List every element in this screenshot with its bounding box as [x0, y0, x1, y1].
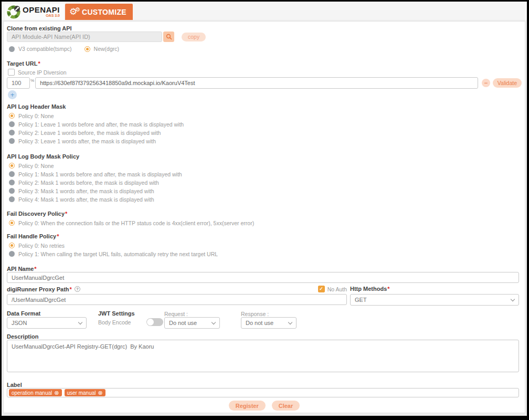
radio-unselected-icon[interactable] [9, 171, 15, 177]
radio-selected-icon[interactable] [9, 243, 15, 248]
add-url-button[interactable]: + [8, 90, 17, 99]
radio-selected-icon[interactable] [9, 163, 15, 169]
target-url-label: Target URL* [7, 60, 40, 67]
radio-unselected-icon[interactable] [9, 188, 15, 194]
radio-option[interactable]: Policy 2: Leave 1 words before, the mask… [9, 130, 184, 135]
no-auth-label: No Auth [327, 286, 347, 292]
radio-option[interactable]: Policy 3: Mask 1 words after, the mask i… [9, 188, 182, 194]
radio-option-label: Policy 1: Leave 1 words before and after… [18, 121, 184, 128]
http-methods-select[interactable]: GET [350, 294, 519, 306]
fail-handle-label: Fail Handle Policy* [7, 233, 218, 239]
jwt-request-select[interactable]: Do not use [164, 317, 220, 329]
percent-sign: % [30, 78, 34, 83]
customize-tab-label: CUSTOMIZE [82, 8, 126, 16]
radio-selected-icon[interactable] [9, 220, 15, 226]
radio-option-label: Policy 3: Mask 1 words after, the mask i… [18, 188, 154, 194]
fail-discovery-label: Fail Discovery Policy* [7, 211, 254, 217]
radio-option-label: Policy 0: No retries [18, 243, 65, 249]
api-name-input[interactable] [7, 272, 519, 283]
source-ip-diversion-checkbox[interactable]: Source IP Diversion [8, 69, 67, 76]
radio-unselected-icon[interactable] [9, 138, 15, 144]
radio-unselected-icon[interactable] [9, 251, 15, 257]
radio-option[interactable]: Policy 0: No retries [9, 243, 218, 248]
label-section-label: Label [7, 382, 22, 388]
jwt-response-select[interactable]: Do not use [241, 317, 297, 329]
radio-selected-icon[interactable] [9, 113, 15, 119]
fail-discovery-group: Fail Discovery Policy* Policy 0: When th… [7, 211, 254, 226]
radio-option[interactable]: Policy 1: When calling the target URL fa… [9, 251, 218, 257]
body-encode-toggle[interactable] [146, 318, 163, 326]
search-icon [166, 34, 172, 40]
body-mask-label: API Log Body Mask Policy [7, 153, 182, 160]
logo-subtitle: OAS 3.0 [46, 14, 60, 18]
proxy-path-label: digiRunner Proxy Path* [7, 286, 72, 292]
source-ip-label: Source IP Diversion [18, 69, 67, 76]
tag-text: user manual [67, 390, 96, 396]
register-button[interactable]: Register [229, 401, 266, 411]
plus-icon: + [10, 91, 15, 99]
radio-option[interactable]: Policy 1: Leave 1 words before and after… [9, 121, 184, 127]
jwt-request-label: Request : [164, 311, 188, 317]
no-auth-checkbox[interactable]: ✓ No Auth [318, 286, 347, 292]
copy-button[interactable]: copy [182, 33, 206, 41]
radio-option[interactable]: New(dgrc) [84, 46, 119, 52]
radio-option-label: Policy 0: None [18, 113, 54, 119]
radio-option[interactable]: Policy 0: None [9, 163, 182, 169]
radio-unselected-icon[interactable] [9, 196, 15, 202]
data-format-select[interactable]: JSON [7, 317, 87, 329]
radio-unselected-icon[interactable] [9, 121, 15, 127]
validate-button[interactable]: Validate [493, 78, 522, 88]
clear-button[interactable]: Clear [272, 401, 300, 411]
logo-title: OPENAPI [23, 6, 60, 14]
radio-option[interactable]: Policy 0: None [9, 113, 184, 119]
toggle-knob [147, 319, 154, 326]
weight-percent-input[interactable] [7, 77, 30, 89]
remove-url-button[interactable]: − [482, 79, 490, 87]
radio-unselected-icon[interactable] [9, 46, 15, 52]
form-panel: Clone from existing API copy V3 compatib… [3, 21, 525, 413]
tab-openapi[interactable]: OPENAPI OAS 3.0 [5, 4, 64, 20]
radio-option[interactable]: Policy 2: Mask 1 words before, the mask … [9, 180, 182, 185]
radio-unselected-icon[interactable] [9, 180, 15, 185]
chevron-down-icon [211, 320, 216, 324]
radio-option-label: Policy 4: Mask 1 words after, the mask i… [18, 196, 154, 203]
radio-option[interactable]: V3 compatible(tsmpc) [9, 46, 72, 52]
target-url-row: % − Validate [7, 77, 522, 89]
search-button[interactable] [163, 32, 174, 42]
help-icon[interactable]: ? [75, 286, 80, 292]
body-encode-label: Body Encode [98, 319, 131, 326]
radio-option[interactable]: Policy 1: Mask 1 words before and after,… [9, 171, 182, 177]
radio-option[interactable]: Policy 0: When the connection fails or t… [9, 220, 254, 226]
checkbox-icon[interactable] [8, 69, 15, 76]
tag-text: operation manual [12, 390, 52, 396]
body-mask-group: API Log Body Mask Policy Policy 0: NoneP… [7, 153, 182, 202]
radio-unselected-icon[interactable] [9, 130, 15, 135]
clone-api-input[interactable] [7, 32, 162, 42]
chevron-down-icon [78, 320, 82, 324]
tag-remove-icon[interactable]: ⊗ [54, 390, 59, 395]
radio-option[interactable]: Policy 4: Mask 1 words after, the mask i… [9, 196, 182, 202]
label-tag: user manual⊗ [65, 389, 105, 396]
tag-remove-icon[interactable]: ⊗ [98, 390, 103, 395]
data-format-label: Data Format [7, 310, 40, 317]
radio-option[interactable]: Policy 3: Leave 1 words after, the mask … [9, 138, 184, 144]
radio-option-label: Policy 1: When calling the target URL fa… [18, 251, 218, 257]
openapi-logo-icon [7, 5, 20, 19]
checked-checkbox-icon[interactable]: ✓ [318, 286, 325, 292]
app-window: OPENAPI OAS 3.0 ⚙ ⚙ CUSTOMIZE Clone from… [2, 2, 527, 416]
target-url-input[interactable] [35, 77, 478, 89]
tab-customize[interactable]: ⚙ ⚙ CUSTOMIZE [65, 4, 133, 20]
label-tags-input[interactable]: operation manual⊗user manual⊗ [7, 388, 519, 397]
radio-option-label: New(dgrc) [94, 46, 119, 52]
clone-row: copy [7, 32, 206, 42]
description-textarea[interactable]: UserManualDgrcGet-API Registry-GET(dgrc)… [7, 340, 519, 372]
radio-option-label: Policy 0: When the connection fails or t… [18, 220, 254, 226]
radio-option-label: Policy 2: Leave 1 words before, the mask… [18, 130, 161, 136]
radio-option-label: V3 compatible(tsmpc) [18, 46, 72, 52]
body-encode-row: Body Encode [98, 318, 163, 326]
radio-selected-icon[interactable] [84, 46, 90, 52]
header-mask-label: API Log Header Mask [7, 103, 184, 110]
radio-option-label: Policy 0: None [18, 163, 54, 169]
proxy-path-input[interactable] [7, 294, 347, 305]
label-tag: operation manual⊗ [9, 389, 62, 396]
